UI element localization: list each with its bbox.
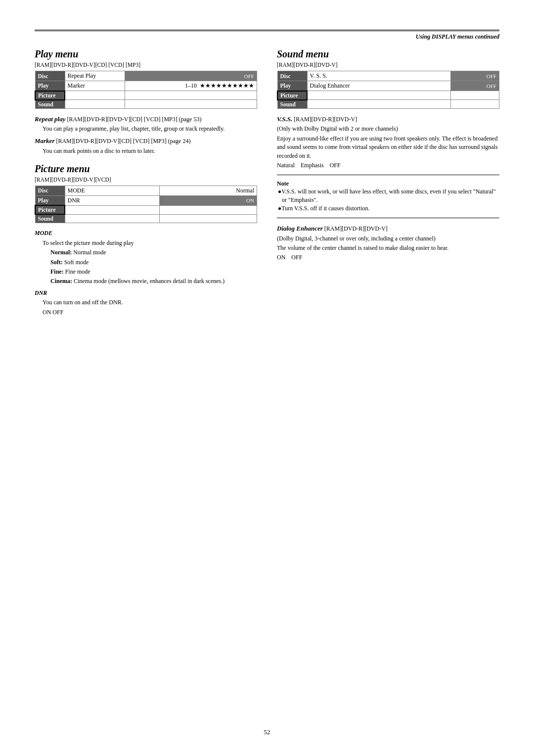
table-row-picture: Picture	[35, 205, 257, 214]
picture-menu-section: Picture menu [RAM][DVD-R][DVD-V][VCD] Di…	[35, 163, 257, 317]
dnr-item: DNR	[65, 195, 160, 205]
mode-soft-label: Soft:	[50, 259, 63, 266]
vss-section: V.S.S. [RAM][DVD-R][DVD-V] (Only with Do…	[277, 115, 499, 170]
mode-item: MODE	[65, 186, 160, 195]
table-row: Play DNR ON	[35, 195, 257, 205]
note-bullet-2: ●Turn V.S.S. off if it causes distortion…	[277, 204, 499, 213]
play-menu-title: Play menu	[35, 48, 257, 60]
vss-values: Natural Emphasis OFF	[277, 161, 499, 170]
table-row: Disc MODE Normal	[35, 186, 257, 195]
marker-desc: Marker [RAM][DVD-R][DVD-V][CD] [VCD] [MP…	[35, 137, 257, 155]
picture-menu-table: Disc MODE Normal Play DNR ON Picture	[35, 186, 257, 224]
table-row: Disc Repeat Play OFF	[35, 71, 257, 81]
mode-fine-desc: Fine mode	[64, 268, 90, 275]
note-section: Note ●V.S.S. will not work, or will have…	[277, 180, 499, 212]
vss-item: V. S. S.	[307, 71, 450, 81]
picture-menu-compat: [RAM][DVD-R][DVD-V][VCD]	[35, 177, 257, 183]
dialog-compat: [RAM][DVD-R][DVD-V]	[324, 225, 388, 232]
mode-cinema-label: Cinema:	[50, 278, 72, 284]
dnr-value: ON	[160, 195, 257, 205]
play-label: Play	[35, 81, 65, 91]
repeat-play-heading: Repeat play	[35, 115, 65, 123]
sound-label: Sound	[35, 214, 65, 223]
sound-menu-table: Disc V. S. S. OFF Play Dialog Enhancer O…	[277, 71, 499, 109]
mode-soft-desc: Soft mode	[63, 259, 89, 266]
dialog-section: Dialog Enhancer [RAM][DVD-R][DVD-V] (Dol…	[277, 224, 499, 262]
dnr-body: You can turn on and off the DNR.	[43, 298, 257, 307]
mode-fine-label: Fine:	[50, 268, 64, 275]
picture-label: Picture	[35, 91, 65, 100]
vss-intro: (Only with Dolby Digital with 2 or more …	[277, 125, 499, 133]
marker-value: 1–10 ★★★★★★★★★★	[125, 81, 257, 91]
play-menu-table: Disc Repeat Play OFF Play Marker 1–10 ★★…	[35, 71, 257, 109]
dialog-values: ON OFF	[277, 253, 499, 262]
note-title: Note	[277, 180, 499, 188]
sound-label: Sound	[35, 100, 65, 109]
vss-body: Enjoy a surround-like effect if you are …	[277, 135, 499, 160]
picture-menu-title: Picture menu	[35, 163, 257, 175]
sound-menu-compat: [RAM][DVD-R][DVD-V]	[277, 62, 499, 68]
repeat-play-desc: Repeat play [RAM][DVD-R][DVD-V][CD] [VCD…	[35, 115, 257, 134]
picture-label: Picture	[277, 91, 307, 100]
marker-heading: Marker	[35, 137, 54, 144]
repeat-play-page: (page 53)	[179, 116, 202, 123]
repeat-play-body: You can play a programme, play list, cha…	[43, 125, 257, 133]
table-row: Play Dialog Enhancer OFF	[277, 81, 499, 91]
dialog-item: Dialog Enhancer	[307, 81, 450, 91]
disc-label: Disc	[35, 186, 65, 195]
play-menu-compat: [RAM][DVD-R][DVD-V][CD] [VCD] [MP3]	[35, 62, 257, 68]
table-row-sound: Sound	[277, 100, 499, 109]
dnr-values: ON OFF	[43, 308, 257, 317]
section-divider-2	[277, 218, 499, 218]
mode-intro: To select the picture mode during play	[43, 239, 257, 247]
marker-body: You can mark points on a disc to return …	[43, 147, 257, 155]
dialog-heading: Dialog Enhancer	[277, 225, 323, 232]
marker-compat: [RAM][DVD-R][DVD-V][CD] [VCD] [MP3]	[56, 138, 166, 144]
dnr-heading: DNR	[35, 289, 257, 297]
dialog-value: OFF	[450, 81, 499, 91]
sound-menu-title: Sound menu	[277, 48, 499, 60]
mode-normal-label: Normal:	[50, 249, 72, 256]
disc-label: Disc	[277, 71, 307, 81]
mode-heading: MODE	[35, 229, 257, 237]
mode-normal-desc: Normal mode	[72, 249, 106, 256]
mode-cinema-desc: Cinema mode (mellows movie, enhances det…	[72, 278, 224, 284]
two-col-layout: Play menu [RAM][DVD-R][DVD-V][CD] [VCD] …	[35, 48, 499, 318]
header-title: Using DISPLAY menus continued	[416, 33, 499, 40]
right-column: Sound menu [RAM][DVD-R][DVD-V] Disc V. S…	[277, 48, 499, 318]
table-row: Picture	[277, 91, 499, 100]
play-label: Play	[35, 195, 65, 205]
mode-items: Normal: Normal mode Soft: Soft mode Fine…	[50, 248, 257, 286]
mode-value: Normal	[160, 186, 257, 195]
repeat-play-item: Repeat Play	[65, 71, 125, 81]
table-row: Disc V. S. S. OFF	[277, 71, 499, 81]
picture-label: Picture	[35, 205, 65, 214]
mode-desc: MODE To select the picture mode during p…	[35, 229, 257, 285]
play-menu-section: Play menu [RAM][DVD-R][DVD-V][CD] [VCD] …	[35, 48, 257, 155]
marker-item: Marker	[65, 81, 125, 91]
table-row: Play Marker 1–10 ★★★★★★★★★★	[35, 81, 257, 91]
note-bullet-1: ●V.S.S. will not work, or will have less…	[277, 188, 499, 204]
dialog-intro: (Dolby Digital, 3-channel or over only, …	[277, 235, 499, 243]
table-row-sound: Sound	[35, 100, 257, 109]
table-row: Sound	[35, 214, 257, 223]
left-column: Play menu [RAM][DVD-R][DVD-V][CD] [VCD] …	[35, 48, 257, 318]
table-row: Picture	[35, 91, 257, 100]
play-label: Play	[277, 81, 307, 91]
repeat-play-value: OFF	[125, 71, 257, 81]
vss-heading: V.S.S.	[277, 115, 292, 123]
vss-value: OFF	[450, 71, 499, 81]
top-rule	[35, 30, 499, 31]
page-container: Using DISPLAY menus continued Play menu …	[0, 0, 534, 756]
disc-label: Disc	[35, 71, 65, 81]
vss-compat: [RAM][DVD-R][DVD-V]	[294, 116, 357, 123]
dialog-body: The volume of the center channel is rais…	[277, 244, 499, 252]
page-number: 52	[264, 728, 270, 736]
dnr-desc: DNR You can turn on and off the DNR. ON …	[35, 289, 257, 317]
sound-menu-section: Sound menu [RAM][DVD-R][DVD-V] Disc V. S…	[277, 48, 499, 262]
section-divider	[277, 175, 499, 175]
page-header: Using DISPLAY menus continued	[35, 33, 499, 41]
repeat-play-compat: [RAM][DVD-R][DVD-V][CD] [VCD] [MP3]	[67, 116, 177, 123]
marker-page: (page 24)	[168, 138, 191, 144]
sound-label: Sound	[277, 100, 307, 109]
